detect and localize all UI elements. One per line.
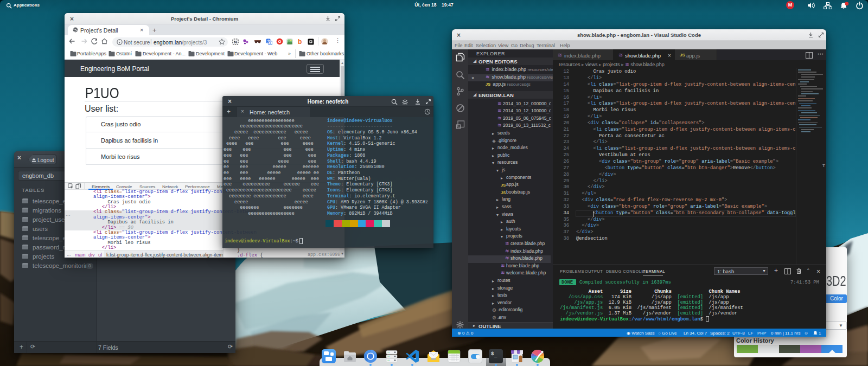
svg-text:N: N [234,40,237,44]
svg-text:A: A [269,42,271,45]
